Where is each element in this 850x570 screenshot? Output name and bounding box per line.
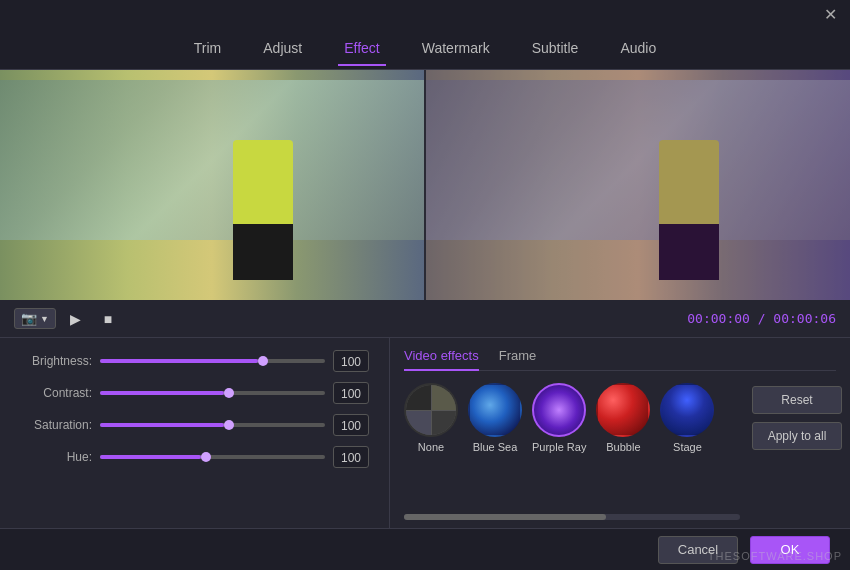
tab-subtitle[interactable]: Subtitle (526, 32, 585, 66)
original-image (0, 70, 424, 300)
preview-effect (424, 70, 850, 300)
tab-trim[interactable]: Trim (188, 32, 227, 66)
effect-thumb-none (404, 383, 458, 437)
effect-none[interactable]: None (404, 383, 458, 453)
effect-bubble[interactable]: Bubble (596, 383, 650, 453)
right-buttons: Reset Apply to all (752, 386, 842, 450)
brightness-slider[interactable] (100, 359, 325, 363)
play-button[interactable]: ▶ (64, 307, 88, 331)
saturation-slider[interactable] (100, 423, 325, 427)
contrast-row: Contrast: 100 (20, 382, 369, 404)
hue-row: Hue: 100 (20, 446, 369, 468)
bottom-bar: Cancel OK (0, 528, 850, 570)
effect-thumb-bubble (596, 383, 650, 437)
saturation-value: 100 (333, 414, 369, 436)
effects-scrollbar[interactable] (404, 514, 740, 520)
sliders-panel: Brightness: 100 Contrast: 100 Saturation… (0, 338, 390, 528)
title-bar: ✕ (0, 0, 850, 28)
preview-area (0, 70, 850, 300)
effects-scrollbar-thumb (404, 514, 606, 520)
tab-adjust[interactable]: Adjust (257, 32, 308, 66)
effect-label-bubble: Bubble (606, 441, 640, 453)
effect-label-none: None (418, 441, 444, 453)
reset-button[interactable]: Reset (752, 386, 842, 414)
effect-label-stage: Stage (673, 441, 702, 453)
camera-icon: 📷 (21, 311, 37, 326)
tab-watermark[interactable]: Watermark (416, 32, 496, 66)
saturation-row: Saturation: 100 (20, 414, 369, 436)
tab-video-effects[interactable]: Video effects (404, 348, 479, 371)
main-area: Brightness: 100 Contrast: 100 Saturation… (0, 338, 850, 528)
figure-2 (659, 140, 719, 280)
effect-bluesea[interactable]: Blue Sea (468, 383, 522, 453)
effect-stage[interactable]: Stage (660, 383, 714, 453)
effects-panel: Video effects Frame None Blue Se (390, 338, 850, 528)
tab-frame[interactable]: Frame (499, 348, 537, 371)
camera-dropdown-icon: ▼ (40, 314, 49, 324)
effect-label-purpleray: Purple Ray (532, 441, 586, 453)
building-bg (0, 80, 424, 240)
contrast-value: 100 (333, 382, 369, 404)
effect-thumb-bluesea (468, 383, 522, 437)
cancel-button[interactable]: Cancel (658, 536, 738, 564)
brightness-value: 100 (333, 350, 369, 372)
time-display: 00:00:00 / 00:00:06 (687, 311, 836, 326)
effect-label-bluesea: Blue Sea (473, 441, 518, 453)
ok-button[interactable]: OK (750, 536, 830, 564)
transport-bar: 📷 ▼ ▶ ■ 00:00:00 / 00:00:06 (0, 300, 850, 338)
hue-value: 100 (333, 446, 369, 468)
stop-button[interactable]: ■ (96, 307, 120, 331)
brightness-label: Brightness: (20, 354, 92, 368)
effects-tabs: Video effects Frame (404, 348, 836, 371)
contrast-slider[interactable] (100, 391, 325, 395)
tab-audio[interactable]: Audio (614, 32, 662, 66)
effect-image (426, 70, 850, 300)
camera-button[interactable]: 📷 ▼ (14, 308, 56, 329)
effect-thumb-purpleray (532, 383, 586, 437)
close-button[interactable]: ✕ (820, 4, 840, 24)
effect-thumb-stage (660, 383, 714, 437)
contrast-label: Contrast: (20, 386, 92, 400)
saturation-label: Saturation: (20, 418, 92, 432)
tab-effect[interactable]: Effect (338, 32, 386, 66)
building-bg-2 (426, 80, 850, 240)
figure (233, 140, 293, 280)
apply-to-all-button[interactable]: Apply to all (752, 422, 842, 450)
tab-bar: Trim Adjust Effect Watermark Subtitle Au… (0, 28, 850, 70)
effect-purpleray[interactable]: Purple Ray (532, 383, 586, 453)
hue-label: Hue: (20, 450, 92, 464)
hue-slider[interactable] (100, 455, 325, 459)
preview-original (0, 70, 424, 300)
brightness-row: Brightness: 100 (20, 350, 369, 372)
